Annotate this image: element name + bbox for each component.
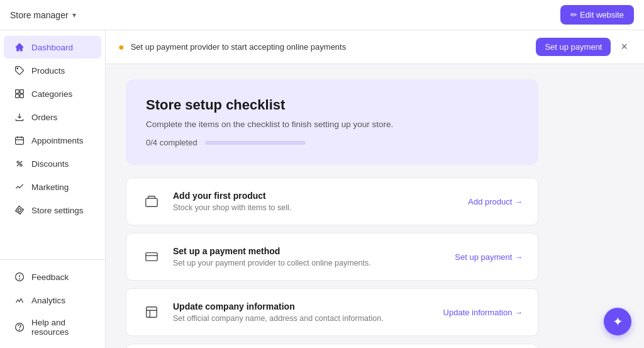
analytics-icon — [14, 295, 25, 306]
svg-rect-13 — [146, 253, 157, 261]
sidebar-item-analytics[interactable]: Analytics — [4, 289, 101, 312]
progress-row: 0/4 completed — [146, 138, 518, 147]
checklist-description: Complete the items on the checklist to f… — [146, 120, 518, 129]
topbar: Store manager ▾ ✏ Edit website — [0, 0, 644, 30]
progress-bar-background — [205, 141, 306, 145]
fab-icon: ✦ — [613, 314, 623, 329]
setup-payment-action[interactable]: Set up payment → — [455, 252, 523, 262]
task-info-add-product: Add your first product Stock your shop w… — [173, 191, 457, 212]
svg-rect-2 — [20, 90, 24, 94]
payment-method-icon — [142, 247, 162, 267]
discount-icon — [14, 158, 25, 169]
svg-rect-1 — [16, 90, 19, 94]
content-area: Store setup checklist Complete the items… — [106, 64, 558, 348]
sidebar-label-discounts: Discounts — [31, 159, 69, 169]
task-info-payment: Set up a payment method Set up your paym… — [173, 246, 443, 267]
help-icon — [14, 322, 25, 333]
store-manager-menu[interactable]: Store manager ▾ — [10, 10, 76, 20]
sidebar-label-categories: Categories — [31, 89, 72, 99]
svg-point-6 — [17, 161, 19, 163]
main-content: ● Set up payment provider to start accep… — [106, 30, 644, 348]
sidebar-label-analytics: Analytics — [31, 296, 65, 305]
download-icon — [14, 111, 25, 123]
sidebar-label-dashboard: Dashboard — [31, 43, 73, 52]
task-title-add-product: Add your first product — [173, 191, 457, 201]
task-add-product: Add your first product Stock your shop w… — [126, 177, 538, 225]
svg-point-0 — [17, 68, 18, 69]
sidebar-label-feedback: Feedback — [31, 272, 69, 282]
sidebar-label-orders: Orders — [31, 113, 57, 122]
svg-point-8 — [18, 209, 21, 212]
edit-website-button[interactable]: ✏ Edit website — [560, 5, 634, 25]
sidebar-item-categories[interactable]: Categories — [4, 82, 101, 105]
banner-close-button[interactable]: × — [617, 39, 631, 55]
notification-text: Set up payment provider to start accepti… — [131, 42, 530, 52]
svg-rect-5 — [16, 137, 24, 144]
sidebar-label-products: Products — [31, 66, 65, 76]
main-layout: Dashboard Products Categories Orders — [0, 30, 644, 348]
sidebar-item-appointments[interactable]: Appointments — [4, 129, 101, 152]
svg-point-10 — [19, 279, 20, 279]
grid-icon — [14, 88, 25, 99]
task-payment-method: Set up a payment method Set up your paym… — [126, 233, 538, 281]
sidebar-item-feedback[interactable]: Feedback — [4, 266, 101, 288]
banner-setup-payment-button[interactable]: Set up payment — [536, 38, 611, 56]
add-product-icon — [142, 191, 162, 211]
task-title-company: Update company information — [173, 301, 432, 312]
sidebar-item-dashboard[interactable]: Dashboard — [4, 36, 101, 59]
svg-rect-4 — [20, 94, 24, 98]
feedback-icon — [14, 271, 25, 283]
sidebar-label-store-settings: Store settings — [31, 206, 84, 215]
checklist-title: Store setup checklist — [146, 97, 518, 113]
checklist-card: Store setup checklist Complete the items… — [126, 79, 538, 165]
sidebar-item-products[interactable]: Products — [4, 59, 101, 82]
task-company-info: Update company information Set official … — [126, 288, 538, 336]
svg-point-12 — [19, 329, 20, 330]
task-title-payment: Set up a payment method — [173, 246, 443, 256]
update-info-action[interactable]: Update information → — [443, 308, 523, 317]
chevron-down-icon: ▾ — [72, 11, 76, 20]
task-info-company: Update company information Set official … — [173, 301, 432, 323]
svg-rect-14 — [147, 307, 157, 318]
sidebar-item-help[interactable]: Help and resources — [4, 312, 101, 342]
sidebar-item-orders[interactable]: Orders — [4, 106, 101, 128]
home-icon — [14, 42, 25, 53]
sidebar-item-discounts[interactable]: Discounts — [4, 152, 101, 175]
floating-action-button[interactable]: ✦ — [604, 308, 631, 335]
task-shipping: Review shipping options Choose where you… — [126, 344, 538, 348]
sidebar-label-help: Help and resources — [31, 318, 91, 337]
sidebar-bottom: Feedback Analytics Help and resources — [0, 259, 105, 343]
progress-label: 0/4 completed — [146, 138, 197, 147]
sidebar-item-marketing[interactable]: Marketing — [4, 176, 101, 198]
svg-rect-3 — [16, 94, 19, 98]
sidebar-label-appointments: Appointments — [31, 136, 84, 145]
sidebar-label-marketing: Marketing — [31, 182, 69, 192]
warning-icon: ● — [118, 42, 125, 53]
gear-icon — [14, 205, 25, 216]
add-product-action[interactable]: Add product → — [468, 197, 523, 206]
tag-icon — [14, 65, 25, 76]
store-name: Store manager — [10, 10, 69, 20]
sidebar-item-store-settings[interactable]: Store settings — [4, 199, 101, 222]
svg-point-7 — [20, 164, 22, 166]
task-desc-add-product: Stock your shop with items to sell. — [173, 203, 457, 212]
sidebar: Dashboard Products Categories Orders — [0, 30, 106, 348]
task-desc-company: Set official company name, address and c… — [173, 314, 432, 323]
calendar-icon — [14, 135, 25, 146]
company-info-icon — [142, 302, 162, 322]
sidebar-main: Dashboard Products Categories Orders — [0, 35, 105, 259]
task-desc-payment: Set up your payment provider to collect … — [173, 259, 443, 267]
trending-icon — [14, 181, 25, 193]
notification-banner: ● Set up payment provider to start accep… — [106, 30, 644, 64]
